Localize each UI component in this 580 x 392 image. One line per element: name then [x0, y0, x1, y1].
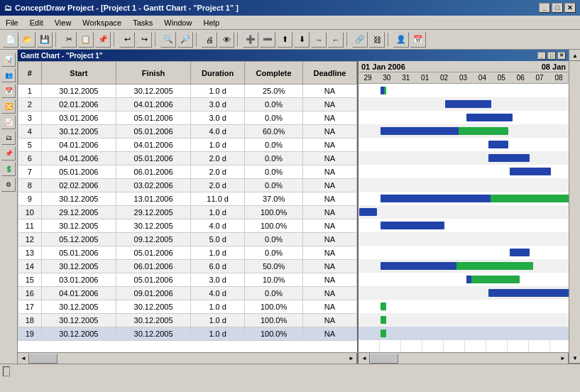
table-row[interactable]: 7 05.01.2006 06.01.2006 2.0 d 0.0% NA — [18, 165, 357, 179]
table-row[interactable]: 2 02.01.2006 04.01.2006 3.0 d 0.0% NA — [18, 98, 357, 111]
sidebar-wbs-button[interactable]: 🗂 — [1, 131, 16, 145]
table-row[interactable]: 8 02.02.2006 03.02.2006 2.0 d 0.0% NA — [18, 179, 357, 192]
menu-window[interactable]: Window — [161, 18, 195, 28]
menu-edit[interactable]: Edit — [27, 18, 46, 28]
task-remove-button[interactable]: ➖ — [260, 32, 275, 48]
gantt-scroll-thumb[interactable] — [370, 354, 398, 364]
gantt-bar — [510, 249, 530, 256]
gantt-row — [359, 165, 569, 178]
task-add-button[interactable]: ➕ — [243, 32, 258, 48]
table-row[interactable]: 10 29.12.2005 29.12.2005 1.0 d 100.0% NA — [18, 206, 357, 219]
close-button[interactable]: ✕ — [564, 3, 576, 13]
table-row[interactable]: 11 30.12.2005 30.12.2005 4.0 d 100.0% NA — [18, 219, 357, 233]
paste-button[interactable]: 📌 — [95, 32, 111, 48]
sidebar-tracking-button[interactable]: 📌 — [1, 146, 16, 160]
cell-num: 7 — [18, 165, 42, 179]
inner-maximize-button[interactable]: □ — [547, 52, 556, 60]
gantt-scrollbar[interactable]: ◄ ► — [359, 353, 569, 364]
print-preview-button[interactable]: 👁 — [219, 32, 234, 48]
gantt-row — [359, 327, 569, 340]
cell-duration: 2.0 d — [191, 179, 245, 192]
gantt-scroll-right-button[interactable]: ► — [557, 353, 569, 364]
cell-deadline: NA — [302, 98, 356, 111]
table-row[interactable]: 14 30.12.2005 06.01.2006 6.0 d 50.0% NA — [18, 260, 357, 273]
vscroll-track[interactable] — [569, 61, 580, 352]
open-button[interactable]: 📂 — [20, 32, 35, 48]
find-button[interactable]: 🔍 — [160, 32, 176, 48]
inner-close-button[interactable]: ✕ — [557, 52, 566, 60]
new-button[interactable]: 📄 — [3, 32, 18, 48]
maximize-button[interactable]: □ — [552, 3, 563, 13]
gantt-day-label: 02 — [435, 72, 454, 84]
gantt-row — [359, 84, 569, 97]
menu-tasks[interactable]: Tasks — [130, 18, 155, 28]
gantt-row — [359, 232, 569, 246]
table-row[interactable]: 13 05.01.2006 05.01.2006 1.0 d 0.0% NA — [18, 246, 357, 260]
sidebar-settings-button[interactable]: ⚙ — [1, 178, 16, 192]
table-scrollbar[interactable]: ◄ ► — [18, 353, 359, 364]
cell-complete: 50.0% — [245, 260, 303, 273]
menu-file[interactable]: File — [3, 18, 21, 28]
unlink-button[interactable]: ⛓ — [369, 32, 385, 48]
resource-button[interactable]: 👤 — [393, 32, 409, 48]
cell-finish: 29.12.2005 — [116, 206, 190, 219]
scroll-track[interactable] — [29, 354, 346, 364]
sidebar-cost-button[interactable]: 💲 — [1, 162, 16, 176]
minimize-button[interactable]: _ — [539, 3, 550, 13]
table-row[interactable]: 3 03.01.2006 05.01.2006 3.0 d 0.0% NA — [18, 111, 357, 125]
cell-complete: 0.0% — [245, 287, 303, 300]
redo-button[interactable]: ↪ — [136, 32, 152, 48]
table-row[interactable]: 5 04.01.2006 04.01.2006 1.0 d 0.0% NA — [18, 138, 357, 152]
task-down-button[interactable]: ⬇ — [294, 32, 310, 48]
table-row[interactable]: 6 04.01.2006 05.01.2006 2.0 d 0.0% NA — [18, 152, 357, 165]
link-button[interactable]: 🔗 — [352, 32, 368, 48]
table-row[interactable]: 1 30.12.2005 30.12.2005 1.0 d 25.0% NA — [18, 85, 357, 98]
gantt-bar — [381, 195, 491, 202]
save-button[interactable]: 💾 — [37, 32, 53, 48]
scroll-left-button[interactable]: ◄ — [18, 353, 29, 364]
task-up-button[interactable]: ⬆ — [277, 32, 292, 48]
sidebar-network-button[interactable]: 🔀 — [1, 99, 16, 114]
gantt-scroll-left-button[interactable]: ◄ — [359, 353, 370, 364]
menu-workspace[interactable]: Workspace — [80, 18, 124, 28]
task-indent-button[interactable]: → — [311, 32, 327, 48]
sidebar-calendar-button[interactable]: 📅 — [1, 84, 16, 98]
gantt-scroll-track[interactable] — [370, 354, 557, 364]
scroll-right-button[interactable]: ► — [346, 353, 357, 364]
task-outdent-button[interactable]: ← — [328, 32, 344, 48]
table-row[interactable]: 18 30.12.2005 30.12.2005 1.0 d 100.0% NA — [18, 314, 357, 327]
table-row[interactable]: 19 30.12.2005 30.12.2005 1.0 d 100.0% NA — [18, 327, 357, 341]
undo-button[interactable]: ↩ — [119, 32, 135, 48]
zoom-button[interactable]: 🔎 — [177, 32, 193, 48]
sidebar-gantt-button[interactable]: 📊 — [1, 53, 16, 67]
cut-button[interactable]: ✂ — [61, 32, 77, 48]
sidebar-report-button[interactable]: 📈 — [1, 115, 16, 129]
calendar-button[interactable]: 📅 — [410, 32, 426, 48]
table-row[interactable]: 4 30.12.2005 05.01.2006 4.0 d 60.0% NA — [18, 125, 357, 138]
scroll-up-button[interactable]: ▲ — [569, 50, 580, 61]
table-row[interactable]: 12 05.12.2005 09.12.2005 5.0 d 0.0% NA — [18, 233, 357, 246]
menu-help[interactable]: Help — [200, 18, 222, 28]
cell-deadline: NA — [302, 152, 356, 165]
table-row[interactable]: 15 03.01.2006 05.01.2006 3.0 d 10.0% NA — [18, 273, 357, 287]
cell-deadline: NA — [302, 138, 356, 152]
table-row[interactable]: 16 04.01.2006 09.01.2006 4.0 d 0.0% NA — [18, 287, 357, 300]
menu-view[interactable]: View — [52, 18, 75, 28]
inner-minimize-button[interactable]: _ — [537, 52, 546, 60]
table-row[interactable]: 17 30.12.2005 30.12.2005 1.0 d 100.0% NA — [18, 300, 357, 314]
sidebar-resource-button[interactable]: 👥 — [1, 68, 16, 82]
vertical-scrollbar[interactable]: ▲ ▼ — [569, 50, 580, 364]
scroll-thumb[interactable] — [29, 354, 58, 364]
cell-finish: 30.12.2005 — [116, 219, 190, 233]
copy-button[interactable]: 📋 — [78, 32, 94, 48]
scroll-down-button[interactable]: ▼ — [569, 352, 580, 364]
table-row[interactable]: 9 30.12.2005 13.01.2006 11.0 d 37.0% NA — [18, 192, 357, 206]
cell-complete: 0.0% — [245, 111, 303, 125]
col-header-duration: Duration — [191, 62, 245, 85]
cell-duration: 3.0 d — [191, 273, 245, 287]
cell-num: 4 — [18, 125, 42, 138]
gantt-panel: 01 Jan 2006 08 Jan 293031010203040506070… — [359, 61, 569, 352]
cell-finish: 05.01.2006 — [116, 273, 190, 287]
print-button[interactable]: 🖨 — [202, 32, 217, 48]
cell-start: 30.12.2005 — [41, 300, 116, 314]
